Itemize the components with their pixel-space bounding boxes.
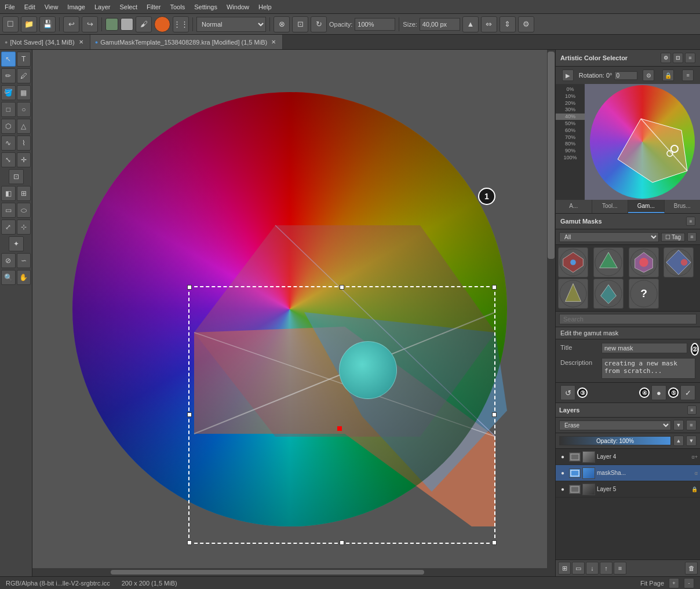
search-input[interactable] (559, 314, 697, 324)
rotation-input[interactable] (614, 71, 637, 80)
move-tool-btn[interactable]: ✛ (17, 152, 31, 167)
tab-gamut-close[interactable]: ✕ (269, 38, 278, 46)
brush-preset-btn[interactable]: 🖌 (136, 16, 152, 32)
layer-mask-eye[interactable]: ● (558, 469, 567, 478)
menu-edit[interactable]: Edit (20, 2, 40, 12)
tab-gamut[interactable]: Gam... (628, 200, 665, 213)
gamut-filter-select[interactable]: All (559, 232, 659, 242)
warp-select-btn[interactable]: ⤢ (1, 219, 16, 235)
mirror-h-btn[interactable]: ⇔ (481, 16, 497, 32)
desc-input[interactable]: creating a new mask from scratch... (601, 358, 695, 379)
blend-mode-select[interactable]: Normal (196, 17, 266, 32)
smudge-btn[interactable]: ∽ (17, 253, 31, 268)
gamut-item-5[interactable] (558, 279, 588, 309)
layer-5-eye[interactable]: ● (558, 485, 567, 494)
polygon-tool-btn[interactable]: ⬡ (1, 119, 16, 134)
tab-unsaved[interactable]: ● [Not Saved] (34,1 MiB) ✕ (0, 35, 90, 49)
move-down-btn[interactable]: ↓ (586, 562, 599, 575)
crop-tool-btn[interactable]: ⊡ (9, 169, 24, 184)
title-input[interactable] (601, 343, 687, 353)
fill-tool-btn[interactable]: 🪣 (1, 85, 16, 100)
similar-select-btn[interactable]: ✦ (9, 236, 24, 251)
gamut-item-1[interactable] (558, 247, 588, 277)
mirror-v-btn[interactable]: ⇕ (500, 16, 516, 32)
freehand-select-btn[interactable]: ⌇ (17, 136, 31, 151)
menu-window[interactable]: Window (222, 2, 254, 12)
menu-layer[interactable]: Layer (90, 2, 115, 12)
select-tool-btn[interactable]: ↖ (1, 52, 16, 67)
menu-file[interactable]: File (0, 2, 20, 12)
zoom-out-btn[interactable]: - (684, 578, 694, 588)
layer-filter-btn[interactable]: ▼ (673, 420, 684, 430)
opacity-bar[interactable]: Opacity: 100% (559, 436, 671, 445)
canvas-area[interactable]: 1 (32, 50, 555, 576)
gamut-view-btn[interactable]: ≡ (687, 232, 697, 242)
tab-artistic[interactable]: A... (556, 200, 592, 213)
opacity-down-btn[interactable]: ▼ (686, 436, 697, 446)
gradient-tool-btn[interactable]: ▦ (17, 85, 31, 100)
tab-gamut[interactable]: ● GamutMaskTemplate_1538408289.kra [Modi… (90, 35, 283, 49)
tab-unsaved-close[interactable]: ✕ (77, 38, 85, 46)
fit-page[interactable]: Fit Page (640, 580, 664, 587)
menu-filter[interactable]: Filter (142, 2, 165, 12)
pan-btn[interactable]: ✋ (17, 270, 31, 285)
panel-close-btn[interactable]: ≡ (685, 53, 695, 63)
eyedropper-btn[interactable]: ⊘ (1, 253, 16, 268)
zoom-in-btn[interactable]: + (669, 578, 679, 588)
size-input[interactable] (420, 18, 460, 31)
menu-help[interactable]: Help (254, 2, 276, 12)
layer-item-5[interactable]: ● Layer 5 🔒 (556, 481, 700, 497)
transform-tool-btn[interactable]: ⤡ (1, 152, 16, 167)
layer-options-btn[interactable]: ≡ (686, 420, 697, 430)
reset-btn[interactable]: ↺ (560, 385, 575, 400)
freehand-brush-btn[interactable]: ✏ (1, 68, 16, 83)
play-btn[interactable]: ▶ (562, 69, 574, 81)
menu-image[interactable]: Image (63, 2, 90, 12)
bezier-tool-btn[interactable]: ∿ (1, 136, 16, 151)
layers-menu-btn[interactable]: ≡ (687, 405, 697, 415)
mini-wheel-area[interactable] (585, 84, 700, 200)
menu-select[interactable]: Select (115, 2, 142, 12)
lock-btn[interactable]: 🔒 (662, 69, 674, 81)
text-tool-btn[interactable]: T (17, 52, 31, 67)
add-layer-btn[interactable]: ⊞ (558, 562, 571, 575)
eraser-btn[interactable]: ⊗ (274, 16, 290, 32)
options-btn[interactable]: ⚙ (518, 16, 534, 32)
layer-4-eye[interactable]: ● (558, 452, 567, 462)
menu-settings[interactable]: Settings (189, 2, 222, 12)
save-mask-btn[interactable]: ● (651, 385, 666, 400)
opacity-input[interactable] (355, 18, 395, 31)
ellipse-tool-btn[interactable]: ○ (17, 102, 31, 117)
redo-btn[interactable]: ↪ (82, 16, 98, 32)
ellipse-select-btn[interactable]: ⬭ (17, 203, 31, 218)
sel-handle-bl[interactable] (187, 540, 192, 545)
zoom-btn[interactable]: 🔍 (1, 270, 16, 285)
menu-view[interactable]: View (40, 2, 63, 12)
panel-float-btn[interactable]: ⊡ (673, 53, 683, 63)
gamut-item-3[interactable] (629, 247, 659, 277)
apply-mask-btn[interactable]: ✓ (680, 385, 695, 400)
undo-btn[interactable]: ↩ (63, 16, 79, 32)
move-up-btn[interactable]: ↑ (600, 562, 612, 575)
wrap-btn[interactable]: ↻ (311, 16, 327, 32)
contiguous-select-btn[interactable]: ⊞ (17, 186, 31, 201)
open-btn[interactable]: 📁 (21, 16, 37, 32)
panel-menu-btn[interactable]: ≡ (682, 69, 694, 81)
opacity-up-btn[interactable]: ▲ (673, 436, 684, 446)
gamut-item-7[interactable]: ? (629, 279, 659, 309)
menu-tools[interactable]: Tools (166, 2, 190, 12)
gamut-item-2[interactable] (593, 247, 624, 277)
preserve-alpha-btn[interactable]: ⊡ (292, 16, 308, 32)
gamut-menu-btn[interactable]: ≡ (686, 217, 695, 226)
gamut-item-6[interactable] (593, 279, 624, 309)
layer-item-mask[interactable]: ● maskSha... α (556, 465, 700, 481)
brush-shape-btn[interactable] (154, 16, 170, 32)
color-swatch-bg[interactable] (121, 18, 133, 31)
calligraphy-btn[interactable]: 🖊 (17, 68, 31, 83)
magnetic-select-btn[interactable]: ⊹ (17, 219, 31, 235)
sel-handle-mr[interactable] (492, 412, 497, 417)
gamut-tag-btn[interactable]: ☐ Tag (661, 233, 685, 242)
size-up-btn[interactable]: ▲ (462, 16, 479, 32)
panel-config-btn[interactable]: ⚙ (661, 53, 671, 63)
canvas-hscroll[interactable] (32, 568, 555, 576)
